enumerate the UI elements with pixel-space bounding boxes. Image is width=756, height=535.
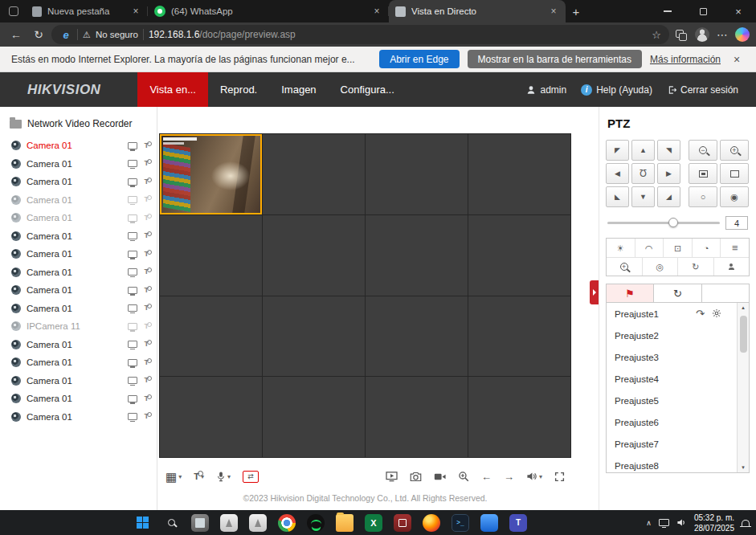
live-view-monitor-icon[interactable]	[128, 413, 137, 420]
browser-tab-whatsapp[interactable]: (64) WhatsApp ×	[148, 0, 389, 22]
video-cell[interactable]	[366, 377, 468, 457]
camera-list-item[interactable]: Camera 01T	[0, 137, 157, 155]
preset-item[interactable]: Preajuste3	[607, 346, 749, 368]
stream-type-icon[interactable]: T	[145, 178, 149, 186]
stream-type-icon[interactable]: T	[145, 214, 149, 222]
favorite-star-icon[interactable]: ☆	[652, 29, 661, 41]
lens-init-icon[interactable]: ◎	[642, 258, 678, 276]
one-touch-park-icon[interactable]	[713, 258, 750, 276]
ptz-up-right-button[interactable]: ◥	[657, 140, 680, 161]
patrol-tab[interactable]: ↻	[653, 284, 701, 302]
stream-type-icon[interactable]: T	[145, 341, 149, 348]
camera-list-item[interactable]: Camera 01T	[0, 263, 157, 282]
preset-item[interactable]: Preajuste8	[607, 455, 749, 473]
taskbar-app-icon-12[interactable]	[509, 514, 527, 532]
live-view-monitor-icon[interactable]	[128, 359, 137, 366]
video-cell[interactable]	[160, 296, 262, 377]
aux-focus-icon[interactable]: ◔	[692, 239, 721, 257]
video-cell[interactable]	[468, 377, 570, 457]
camera-list-item[interactable]: Camera 01T	[0, 173, 157, 191]
broadcast-active-icon[interactable]: ⇄	[243, 471, 259, 483]
video-cell[interactable]	[366, 296, 468, 377]
ptz-up-button[interactable]: ▲	[631, 140, 655, 161]
ptz-speed-slider[interactable]	[607, 222, 720, 224]
iris-open-button[interactable]: ◉	[720, 186, 749, 207]
camera-list-item[interactable]: Camera 01T	[0, 390, 157, 408]
capture-button[interactable]	[410, 472, 422, 482]
taskbar-app-icon-2[interactable]	[220, 514, 238, 532]
taskbar-clock[interactable]: 05:32 p. m. 28/07/2025	[694, 513, 734, 533]
url-text[interactable]: 192.168.1.6/doc/page/preview.asp	[149, 29, 647, 40]
more-info-link[interactable]: Más información	[650, 54, 721, 65]
preset-item[interactable]: Preajuste2	[607, 325, 749, 346]
video-cell[interactable]	[263, 215, 365, 296]
excel-icon[interactable]	[365, 514, 382, 532]
refresh-icon[interactable]: ↻	[29, 28, 48, 41]
video-cell[interactable]	[263, 377, 365, 457]
stream-type-icon[interactable]: T	[145, 287, 149, 294]
previous-page-button[interactable]: ←	[481, 472, 492, 482]
stream-type-icon[interactable]: T	[145, 196, 149, 203]
tab-close-icon[interactable]: ×	[371, 6, 382, 17]
firefox-icon[interactable]	[423, 514, 440, 532]
manual-tracking-icon[interactable]: ↻	[677, 258, 713, 276]
live-view-monitor-icon[interactable]	[128, 142, 137, 149]
stream-type-icon[interactable]: T	[145, 142, 149, 149]
preset-scrollbar[interactable]: ▴ ▾	[737, 303, 749, 472]
browser-tab-live-view[interactable]: Vista en Directo ×	[389, 0, 566, 22]
ptz-down-right-button[interactable]: ◢	[657, 186, 680, 207]
tab-actions-button[interactable]	[3, 2, 24, 21]
show-in-toolbar-button[interactable]: Mostrar en la barra de herramientas	[468, 50, 642, 68]
video-cell[interactable]	[263, 134, 365, 214]
stream-type-button[interactable]: T ▾	[194, 472, 204, 481]
live-view-monitor-icon[interactable]	[128, 323, 137, 330]
camera-list-item[interactable]: Camera 01T	[0, 155, 157, 174]
volume-button[interactable]: ▾	[526, 472, 542, 481]
terminal-icon[interactable]	[452, 514, 469, 532]
help-link[interactable]: i Help (Ayuda)	[581, 84, 652, 96]
preset-item[interactable]: Preajuste6	[607, 411, 749, 433]
taskbar-app-icon-1[interactable]	[191, 514, 209, 532]
banner-close-icon[interactable]: ×	[729, 53, 745, 66]
user-menu[interactable]: admin	[526, 84, 566, 96]
display-tray-icon[interactable]	[659, 519, 669, 526]
camera-list-item[interactable]: Camera 01T	[0, 336, 157, 354]
panel-collapse-handle[interactable]	[590, 280, 599, 304]
light-icon[interactable]: ☀	[607, 239, 635, 257]
taskbar-app-icon-3[interactable]	[249, 514, 267, 532]
live-view-monitor-icon[interactable]	[128, 232, 137, 239]
live-view-monitor-icon[interactable]	[128, 377, 137, 384]
minimize-button[interactable]	[650, 0, 685, 22]
two-way-audio-button[interactable]: ▾	[216, 471, 231, 482]
fullscreen-button[interactable]	[554, 472, 565, 482]
tab-close-icon[interactable]: ×	[548, 6, 559, 17]
3d-zoom-icon[interactable]: ⊡	[663, 239, 692, 257]
stream-type-icon[interactable]: T	[145, 232, 149, 239]
menu-icon[interactable]: ≡	[720, 239, 749, 257]
video-cell[interactable]	[366, 215, 468, 296]
browser-tab-new[interactable]: Nueva pestaña ×	[26, 0, 148, 22]
live-view-monitor-icon[interactable]	[128, 196, 137, 203]
profile-avatar[interactable]	[695, 27, 709, 42]
camera-list-item[interactable]: Camera 01T	[0, 372, 157, 390]
camera-list-item[interactable]: IPCamera 11T	[0, 317, 157, 336]
stream-type-icon[interactable]: T	[145, 251, 149, 258]
live-view-monitor-icon[interactable]	[128, 341, 137, 348]
pattern-tab[interactable]	[701, 284, 749, 302]
record-button[interactable]	[434, 472, 446, 481]
preset-tab[interactable]: ⚑	[607, 284, 653, 302]
ie-mode-icon[interactable]: e	[59, 28, 72, 41]
scroll-down-icon[interactable]: ▾	[742, 464, 745, 471]
live-view-monitor-icon[interactable]	[128, 160, 137, 167]
next-page-button[interactable]: →	[504, 472, 514, 482]
video-cell[interactable]	[160, 377, 262, 457]
video-cell-selected[interactable]	[160, 134, 262, 214]
notifications-icon[interactable]	[742, 518, 750, 527]
ptz-right-button[interactable]: ▶	[657, 163, 680, 184]
window-close-button[interactable]: ×	[721, 0, 756, 22]
stream-type-icon[interactable]: T	[145, 323, 149, 330]
nav-tab-configuration[interactable]: Configura...	[329, 72, 407, 107]
digital-zoom-button[interactable]	[458, 471, 469, 482]
settings-menu-icon[interactable]: ⋯	[713, 28, 732, 41]
taskbar-app-icon-11[interactable]	[480, 514, 498, 532]
